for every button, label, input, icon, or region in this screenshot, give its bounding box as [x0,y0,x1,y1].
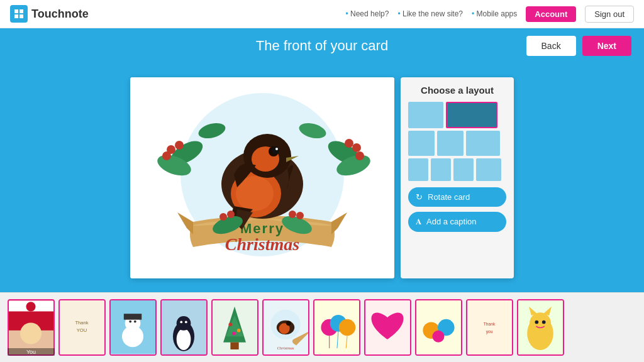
svg-point-36 [20,322,42,344]
svg-point-15 [355,151,364,160]
layout-cell-3-3[interactable] [453,158,474,181]
svg-rect-79 [467,300,512,354]
title-bar: The front of your card Back Next [0,28,644,63]
svg-point-14 [345,139,353,148]
card-thumb-thankyou[interactable]: Thank YOU [58,299,106,356]
card-thumb-cat[interactable] [517,299,564,356]
logo-icon [10,5,28,23]
svg-text:Thank: Thank [75,320,89,326]
next-button[interactable]: Next [582,36,631,56]
svg-point-50 [177,329,191,350]
svg-point-88 [542,321,546,324]
svg-point-78 [433,331,445,343]
card-thumb-balloons[interactable] [313,299,360,356]
logo-text: Touchnote [31,8,89,21]
svg-point-13 [352,143,361,152]
layout-cell-2-2[interactable] [437,131,464,156]
svg-point-47 [134,321,136,323]
svg-point-9 [175,141,184,150]
svg-point-46 [129,321,131,323]
svg-point-84 [530,312,551,334]
card-image: Merry Christmas [130,77,394,278]
layout-cell-3-2[interactable] [431,158,451,181]
svg-rect-2 [14,14,18,18]
svg-point-59 [237,329,241,332]
card-thumb-party[interactable] [415,299,462,356]
svg-point-32 [296,212,304,219]
svg-point-52 [180,321,182,324]
layout-cell-3-1[interactable] [408,158,428,181]
bottom-strip: You Thank YOU [0,292,644,362]
need-help-link[interactable]: Need help? [345,9,389,18]
layout-row-1 [408,102,506,128]
svg-rect-1 [19,9,23,13]
svg-point-70 [339,319,356,336]
logo-area: Touchnote [10,5,89,23]
account-button[interactable]: Account [526,6,576,22]
svg-text:YOU: YOU [77,327,87,333]
you-label: You [8,348,55,356]
layout-title: Choose a layout [408,85,506,96]
svg-point-60 [232,332,236,336]
svg-text:Thank: Thank [484,322,496,326]
card-thumb-santa[interactable]: You [8,299,55,356]
caption-label: Add a caption [426,217,477,226]
card-thumb-thankyou2[interactable]: Thank you [466,299,513,356]
card-thumb-tree[interactable] [211,299,258,356]
back-button[interactable]: Back [526,36,576,56]
like-new-site-link[interactable]: Like the new site? [397,9,463,18]
signout-button[interactable]: Sign out [585,6,634,23]
svg-point-51 [177,316,191,331]
svg-point-27 [275,148,278,150]
main-content: Merry Christmas [0,63,644,292]
header: Touchnote Need help? Like the new site? … [0,0,644,28]
svg-rect-45 [124,314,142,319]
card-thumb-penguin[interactable] [160,299,208,356]
caption-icon: 𝐀 [416,217,421,227]
layout-grid [408,102,506,181]
svg-point-26 [272,146,279,154]
layout-cell-2-3[interactable] [466,131,500,156]
card-thumb-snowman[interactable] [109,299,157,356]
svg-point-87 [535,321,539,324]
svg-point-31 [227,211,235,218]
svg-point-58 [229,322,233,326]
rotate-card-button[interactable]: ↻ Rotate card [408,187,506,207]
layout-cell-1-1[interactable] [408,102,443,128]
svg-point-10 [162,151,171,160]
layout-cell-1-2[interactable] [446,102,497,128]
svg-point-38 [26,302,35,311]
header-right: Need help? Like the new site? Mobile app… [345,6,634,23]
rotate-label: Rotate card [428,192,470,202]
svg-rect-3 [19,14,23,18]
layout-panel: Choose a layout ↻ Rotat [401,77,514,278]
card-thumb-robin[interactable]: Christmas [262,299,309,356]
card-container: Merry Christmas [130,77,394,278]
layout-cell-3-4[interactable] [476,158,501,181]
layout-cell-2-1[interactable] [408,131,435,156]
layout-row-3 [408,158,506,181]
add-caption-button[interactable]: 𝐀 Add a caption [408,212,506,232]
svg-point-65 [286,321,291,326]
svg-text:you: you [486,329,493,334]
svg-point-53 [185,321,187,324]
svg-rect-57 [230,343,238,349]
svg-text:Christmas: Christmas [277,346,294,350]
svg-point-33 [289,211,296,218]
svg-text:Christmas: Christmas [225,234,299,254]
layout-row-2 [408,131,506,156]
mobile-apps-link[interactable]: Mobile apps [472,9,517,18]
svg-rect-0 [14,9,18,13]
rotate-icon: ↻ [416,192,423,202]
svg-point-30 [219,213,227,221]
card-thumb-heart[interactable] [364,299,411,356]
title-buttons: Back Next [526,36,631,56]
page-title: The front of your card [256,38,388,54]
